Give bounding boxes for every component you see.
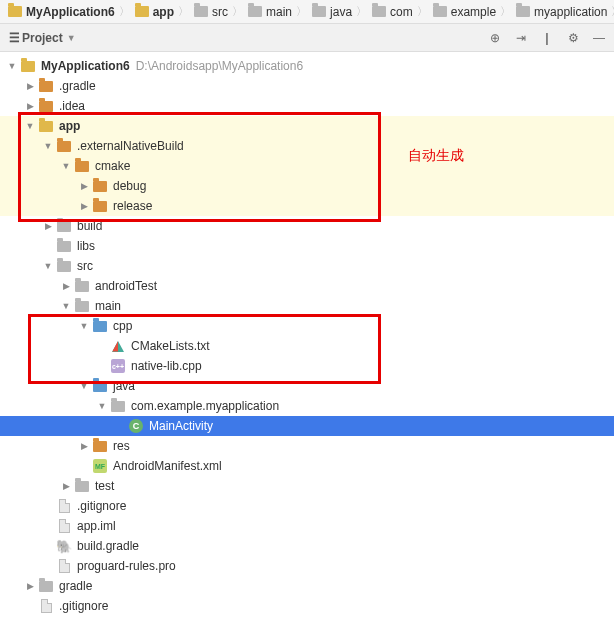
expand-arrow-icon[interactable]: ▼ <box>96 401 108 411</box>
folder-icon <box>92 378 108 394</box>
chevron-right-icon: 〉 <box>231 4 244 19</box>
expand-arrow-icon[interactable]: ▼ <box>60 161 72 171</box>
chevron-right-icon: 〉 <box>416 4 429 19</box>
root-label: MyApplication6 <box>41 59 130 73</box>
tree-item-androidtest[interactable]: ▶ androidTest <box>0 276 614 296</box>
gear-icon[interactable]: ⚙ <box>564 29 582 47</box>
expand-arrow-icon[interactable]: ▶ <box>78 201 90 211</box>
expand-arrow-icon[interactable]: ▼ <box>6 61 18 71</box>
folder-icon <box>110 398 126 414</box>
expand-arrow-icon[interactable]: ▼ <box>42 261 54 271</box>
folder-icon <box>38 78 54 94</box>
tree-item-libs[interactable]: ▶ libs <box>0 236 614 256</box>
breadcrumb: MyApplication6 〉 app 〉 src 〉 main 〉 java… <box>0 0 614 24</box>
tree-item-externalnativebuild[interactable]: ▼ .externalNativeBuild <box>0 136 614 156</box>
folder-icon <box>38 578 54 594</box>
folder-icon <box>432 4 448 20</box>
crumb-java[interactable]: java <box>308 4 355 20</box>
list-icon: ☰ <box>6 30 22 46</box>
tree-item-main[interactable]: ▼ main <box>0 296 614 316</box>
file-icon <box>38 598 54 614</box>
divider: | <box>538 29 556 47</box>
project-view-selector[interactable]: ☰ Project ▼ <box>6 30 486 46</box>
expand-arrow-icon[interactable]: ▶ <box>24 81 36 91</box>
folder-icon <box>311 4 327 20</box>
expand-arrow-icon[interactable]: ▶ <box>42 221 54 231</box>
chevron-right-icon: 〉 <box>499 4 512 19</box>
tree-item-gradle-root[interactable]: ▶ gradle <box>0 576 614 596</box>
chevron-right-icon: 〉 <box>295 4 308 19</box>
tree-item-package[interactable]: ▼ com.example.myapplication <box>0 396 614 416</box>
folder-icon <box>56 218 72 234</box>
tree-item-build[interactable]: ▶ build <box>0 216 614 236</box>
cmake-icon <box>110 338 126 354</box>
expand-arrow-icon[interactable]: ▼ <box>42 141 54 151</box>
crumb-project[interactable]: MyApplication6 <box>4 4 118 20</box>
tree-item-debug[interactable]: ▶ debug <box>0 176 614 196</box>
folder-icon <box>371 4 387 20</box>
folder-icon <box>92 438 108 454</box>
tree-item-java[interactable]: ▼ java <box>0 376 614 396</box>
tree-item-src[interactable]: ▼ src <box>0 256 614 276</box>
tree-item-proguard[interactable]: ▶ proguard-rules.pro <box>0 556 614 576</box>
tree-item-res[interactable]: ▶ res <box>0 436 614 456</box>
tree-item-idea[interactable]: ▶ .idea <box>0 96 614 116</box>
project-tree[interactable]: 自动生成 ▼ MyApplication6 D:\Androidsapp\MyA… <box>0 52 614 627</box>
root-path: D:\Androidsapp\MyApplication6 <box>136 59 303 73</box>
tree-item-app[interactable]: ▼ app <box>0 116 614 136</box>
target-icon[interactable]: ⊕ <box>486 29 504 47</box>
chevron-right-icon: 〉 <box>118 4 131 19</box>
folder-icon <box>193 4 209 20</box>
expand-arrow-icon[interactable]: ▼ <box>60 301 72 311</box>
project-label: Project <box>22 31 63 45</box>
tree-item-cmake[interactable]: ▼ cmake <box>0 156 614 176</box>
expand-arrow-icon[interactable]: ▶ <box>60 481 72 491</box>
expand-arrow-icon[interactable]: ▶ <box>60 281 72 291</box>
tree-item-cpp[interactable]: ▼ cpp <box>0 316 614 336</box>
crumb-example[interactable]: example <box>429 4 499 20</box>
tree-item-gitignore2[interactable]: ▶ .gitignore <box>0 596 614 616</box>
hide-icon[interactable]: — <box>590 29 608 47</box>
tree-item-nativelib[interactable]: ▶ c++ native-lib.cpp <box>0 356 614 376</box>
crumb-src[interactable]: src <box>190 4 231 20</box>
folder-icon <box>38 98 54 114</box>
project-toolbar: ☰ Project ▼ ⊕ ⇥ | ⚙ — <box>0 24 614 52</box>
expand-arrow-icon[interactable]: ▶ <box>24 581 36 591</box>
collapse-icon[interactable]: ⇥ <box>512 29 530 47</box>
chevron-down-icon: ▼ <box>67 33 76 43</box>
annotation-label: 自动生成 <box>408 147 464 165</box>
file-icon <box>56 558 72 574</box>
expand-arrow-icon[interactable]: ▼ <box>78 381 90 391</box>
tree-item-test[interactable]: ▶ test <box>0 476 614 496</box>
file-icon <box>56 518 72 534</box>
folder-icon <box>74 298 90 314</box>
tree-root[interactable]: ▼ MyApplication6 D:\Androidsapp\MyApplic… <box>0 56 614 76</box>
tree-item-buildgradle[interactable]: ▶ 🐘 build.gradle <box>0 536 614 556</box>
crumb-main[interactable]: main <box>244 4 295 20</box>
expand-arrow-icon[interactable]: ▶ <box>24 101 36 111</box>
crumb-app[interactable]: app <box>131 4 177 20</box>
folder-icon <box>74 278 90 294</box>
tree-item-release[interactable]: ▶ release <box>0 196 614 216</box>
manifest-icon: MF <box>92 458 108 474</box>
folder-icon <box>92 178 108 194</box>
expand-arrow-icon[interactable]: ▶ <box>78 441 90 451</box>
folder-icon <box>7 4 23 20</box>
crumb-myapp[interactable]: myapplication <box>512 4 610 20</box>
expand-arrow-icon[interactable]: ▼ <box>24 121 36 131</box>
folder-icon <box>74 158 90 174</box>
chevron-right-icon: 〉 <box>355 4 368 19</box>
folder-icon <box>38 118 54 134</box>
tree-item-gitignore[interactable]: ▶ .gitignore <box>0 496 614 516</box>
expand-arrow-icon[interactable]: ▼ <box>78 321 90 331</box>
tree-item-manifest[interactable]: ▶ MF AndroidManifest.xml <box>0 456 614 476</box>
folder-icon <box>92 318 108 334</box>
tree-item-mainactivity[interactable]: ▶ C MainActivity <box>0 416 614 436</box>
expand-arrow-icon[interactable]: ▶ <box>78 181 90 191</box>
tree-item-gradle[interactable]: ▶ .gradle <box>0 76 614 96</box>
folder-icon <box>56 258 72 274</box>
tree-item-cmakelists[interactable]: ▶ CMakeLists.txt <box>0 336 614 356</box>
crumb-com[interactable]: com <box>368 4 416 20</box>
chevron-right-icon: 〉 <box>610 4 614 19</box>
tree-item-appiml[interactable]: ▶ app.iml <box>0 516 614 536</box>
